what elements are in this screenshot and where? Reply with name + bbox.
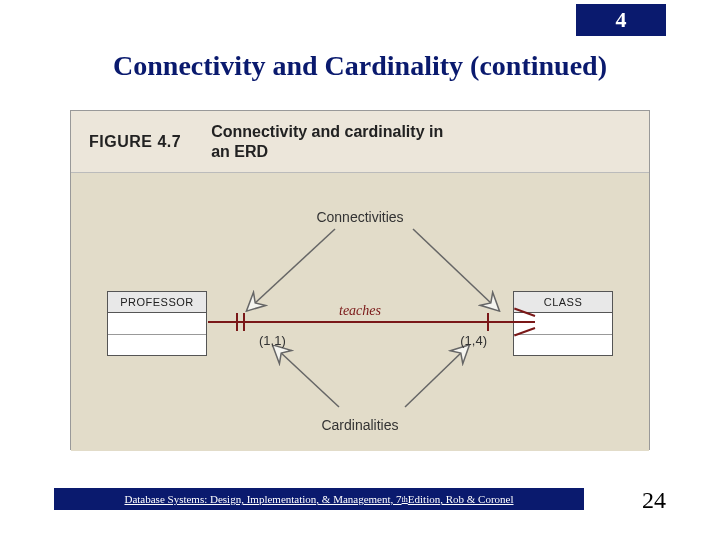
arrow-cardinality-left — [269, 345, 349, 415]
arrow-connectivity-left — [243, 227, 343, 317]
footer-text-prefix: Database Systems: Design, Implementation… — [124, 493, 401, 505]
svg-line-2 — [279, 351, 339, 407]
figure-number: FIGURE 4.7 — [89, 133, 181, 151]
svg-line-0 — [253, 229, 335, 305]
figure-body: Connectivities PROFESSOR CLASS — [71, 173, 649, 451]
svg-line-3 — [405, 351, 463, 407]
entity-class-rows — [514, 313, 612, 355]
figure-header: FIGURE 4.7 Connectivity and cardinality … — [71, 111, 649, 173]
relationship-label: teaches — [339, 303, 381, 319]
entity-class-header: CLASS — [514, 292, 612, 313]
svg-line-1 — [413, 229, 493, 305]
one-notation-right — [487, 313, 489, 331]
relationship-line — [208, 321, 514, 323]
one-notation-left-1 — [236, 313, 238, 331]
label-cardinalities: Cardinalities — [321, 417, 398, 433]
entity-professor-header: PROFESSOR — [108, 292, 206, 313]
entity-professor-rows — [108, 313, 206, 355]
cardinality-left: (1,1) — [259, 333, 286, 348]
arrow-cardinality-right — [395, 345, 475, 415]
figure-caption: Connectivity and cardinality in an ERD — [211, 122, 443, 162]
arrow-connectivity-right — [405, 227, 505, 317]
chapter-badge: 4 — [576, 4, 666, 36]
footer-citation: Database Systems: Design, Implementation… — [54, 488, 584, 510]
figure-caption-line-1: Connectivity and cardinality in — [211, 123, 443, 140]
label-connectivities: Connectivities — [316, 209, 403, 225]
cardinality-right: (1,4) — [460, 333, 487, 348]
figure-4-7: FIGURE 4.7 Connectivity and cardinality … — [70, 110, 650, 450]
page-number: 24 — [642, 487, 666, 514]
one-notation-left-2 — [243, 313, 245, 331]
footer-text-suffix: Edition, Rob & Coronel — [408, 493, 514, 505]
entity-professor: PROFESSOR — [107, 291, 207, 356]
figure-caption-line-2: an ERD — [211, 143, 268, 160]
entity-class: CLASS — [513, 291, 613, 356]
slide-title: Connectivity and Cardinality (continued) — [0, 50, 720, 82]
